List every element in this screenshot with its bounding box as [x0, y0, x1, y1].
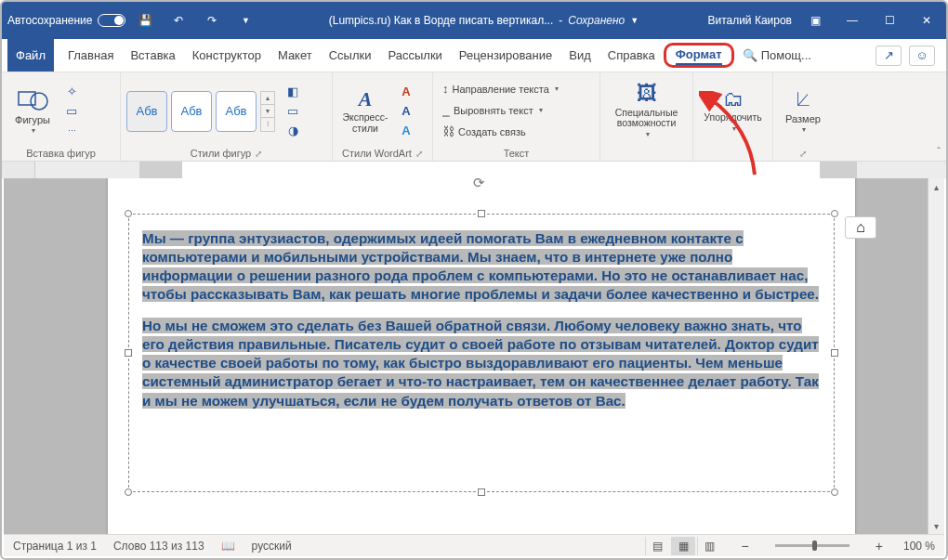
resize-handle[interactable] — [831, 349, 838, 357]
focus-mode-icon[interactable]: ▤ — [645, 537, 669, 555]
minimize-icon[interactable]: — — [838, 7, 866, 34]
text-effects-icon[interactable]: A — [396, 123, 416, 139]
tab-layout[interactable]: Макет — [270, 39, 321, 72]
text-content[interactable]: Мы — группа энтузиастов, одержимых идеей… — [129, 215, 834, 438]
search-icon: 🔍 — [743, 48, 757, 62]
user-name[interactable]: Виталий Каиров — [707, 14, 792, 27]
shape-style-1[interactable]: Абв — [126, 91, 167, 132]
tab-insert[interactable]: Вставка — [122, 39, 183, 72]
word-window: Автосохранение 💾 ↶ ↷ ▼ (Lumpics.ru) Как … — [0, 0, 948, 560]
arrange-icon: 🗂 — [723, 88, 744, 111]
align-text-button[interactable]: ⎯Выровнять текст▾ — [439, 101, 546, 119]
svg-rect-0 — [19, 92, 35, 105]
create-link-button[interactable]: ⛓Создать связь — [439, 123, 530, 140]
group-label-size: ⤢ — [779, 147, 827, 159]
page: ⟳ ⌂ Мы — группа энтузиастов, одержимых и… — [108, 178, 855, 534]
language-indicator[interactable]: русский — [252, 540, 292, 553]
scroll-up-icon[interactable]: ▴ — [928, 178, 944, 195]
group-label-text: Текст — [439, 146, 594, 159]
tab-mailings[interactable]: Рассылки — [379, 39, 450, 72]
alt-text-button[interactable]: 🖼 Специальные возможности▾ — [606, 79, 687, 142]
undo-icon[interactable]: ↶ — [165, 7, 192, 34]
shape-effects-icon[interactable]: ◑ — [283, 123, 303, 139]
redo-icon[interactable]: ↷ — [198, 7, 226, 34]
spell-check-icon[interactable]: 📖 — [221, 540, 235, 553]
page-indicator[interactable]: Страница 1 из 1 — [13, 540, 97, 553]
alt-text-icon: 🖼 — [637, 83, 657, 105]
shape-style-2[interactable]: Абв — [171, 91, 212, 132]
layout-options-button[interactable]: ⌂ — [845, 216, 876, 239]
text-direction-button[interactable]: ↕Направление текста▾ — [439, 80, 562, 98]
text-outline-icon[interactable]: A — [396, 103, 416, 120]
title-bar: Автосохранение 💾 ↶ ↷ ▼ (Lumpics.ru) Как … — [2, 2, 946, 39]
tab-review[interactable]: Рецензирование — [451, 39, 560, 72]
group-label-wordart: Стили WordArt⤢ — [338, 146, 427, 159]
group-label-arrange — [699, 146, 767, 159]
ruler — [2, 162, 946, 178]
more-icon[interactable]: ⋯ — [61, 123, 82, 139]
wordart-icon: A — [359, 88, 373, 111]
collapse-ribbon-icon[interactable]: ˆ — [937, 146, 941, 157]
shape-style-3[interactable]: Абв — [216, 91, 257, 132]
group-label-insert-shapes: Вставка фигур — [7, 146, 114, 159]
zoom-level[interactable]: 100 % — [903, 540, 935, 553]
scroll-down-icon[interactable]: ▾ — [928, 517, 944, 534]
resize-handle[interactable] — [125, 210, 132, 217]
size-icon: ⟀ — [797, 88, 810, 111]
autosave-toggle[interactable]: Автосохранение — [7, 14, 125, 27]
zoom-out-button[interactable]: − — [738, 539, 753, 553]
close-icon[interactable]: ✕ — [913, 7, 941, 34]
link-icon: ⛓ — [442, 124, 454, 138]
align-text-icon: ⎯ — [442, 103, 450, 117]
shape-style-gallery[interactable]: ▴▾⁝ — [260, 91, 275, 132]
resize-handle[interactable] — [831, 488, 838, 496]
status-bar: Страница 1 из 1 Слово 113 из 113 📖 русск… — [4, 534, 944, 556]
web-layout-icon[interactable]: ▥ — [697, 537, 721, 555]
shape-fill-icon[interactable]: ◧ — [283, 84, 303, 100]
resize-handle[interactable] — [125, 488, 132, 496]
text-box-icon[interactable]: ▭ — [61, 103, 82, 120]
word-count[interactable]: Слово 113 из 113 — [113, 540, 204, 553]
svg-point-1 — [31, 93, 47, 110]
print-layout-icon[interactable]: ▦ — [671, 537, 695, 555]
shapes-button[interactable]: Фигуры▾ — [7, 83, 58, 139]
arrange-button[interactable]: 🗂 Упорядочить▾ — [699, 85, 767, 137]
share-icon: ↗ — [884, 48, 894, 62]
group-label-shape-styles: Стили фигур⤢ — [126, 146, 326, 159]
shapes-icon — [17, 86, 48, 112]
tab-references[interactable]: Ссылки — [321, 39, 380, 72]
text-box[interactable]: ⌂ Мы — группа энтузиастов, одержимых иде… — [128, 214, 835, 492]
smile-icon: ☺ — [915, 48, 928, 62]
resize-handle[interactable] — [478, 488, 485, 496]
group-label-accessibility — [606, 146, 687, 159]
tab-design[interactable]: Конструктор — [184, 39, 270, 72]
resize-handle[interactable] — [831, 210, 838, 217]
edit-shape-icon[interactable]: ✧ — [61, 84, 82, 100]
ribbon: Фигуры▾ ✧ ▭ ⋯ Вставка фигур Абв Абв Абв … — [2, 72, 946, 162]
tell-me-search[interactable]: 🔍 Помощ... — [734, 39, 820, 72]
zoom-slider[interactable] — [775, 544, 849, 547]
text-direction-icon: ↕ — [442, 82, 449, 96]
document-area[interactable]: ⟳ ⌂ Мы — группа энтузиастов, одержимых и… — [4, 178, 944, 534]
qat-dropdown-icon[interactable]: ▼ — [231, 7, 259, 34]
tab-help[interactable]: Справка — [599, 39, 664, 72]
rotate-handle-icon[interactable]: ⟳ — [473, 178, 490, 191]
tab-view[interactable]: Вид — [560, 39, 599, 72]
vertical-scrollbar[interactable]: ▴ ▾ — [928, 178, 944, 534]
resize-handle[interactable] — [125, 349, 132, 357]
maximize-icon[interactable]: ☐ — [876, 7, 903, 34]
tab-home[interactable]: Главная — [59, 39, 122, 72]
tab-format[interactable]: Формат — [664, 43, 734, 68]
share-button[interactable]: ↗ — [876, 46, 902, 66]
save-icon[interactable]: 💾 — [131, 7, 159, 34]
size-button[interactable]: ⟀ Размер▾ — [779, 85, 827, 137]
shape-outline-icon[interactable]: ▭ — [283, 103, 303, 120]
tab-file[interactable]: Файл — [7, 39, 54, 72]
document-title: (Lumpics.ru) Как в Ворде писать вертикал… — [259, 14, 707, 27]
resize-handle[interactable] — [478, 210, 485, 217]
ribbon-display-icon[interactable]: ▣ — [801, 7, 829, 34]
wordart-styles-button[interactable]: A Экспресс-стили — [338, 85, 392, 137]
feedback-button[interactable]: ☺ — [909, 46, 935, 66]
text-fill-icon[interactable]: A — [396, 84, 416, 100]
zoom-in-button[interactable]: + — [872, 539, 887, 553]
